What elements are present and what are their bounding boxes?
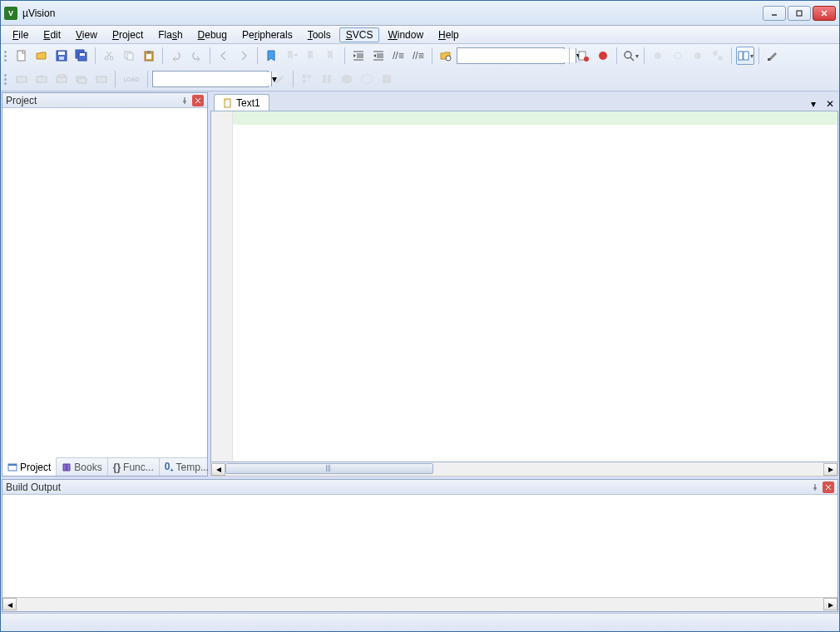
unindent-button[interactable]: [369, 47, 388, 65]
svg-rect-7: [59, 57, 64, 60]
target-options-button[interactable]: [270, 70, 289, 88]
toolbar-grip-icon[interactable]: [4, 71, 9, 87]
tab-project[interactable]: Project: [2, 457, 57, 476]
uncomment-button[interactable]: //≡: [409, 47, 427, 65]
svg-line-25: [630, 57, 634, 61]
project-panel-header: Project: [2, 93, 207, 108]
toolbar-grip-icon[interactable]: [4, 47, 9, 64]
new-file-button[interactable]: [12, 47, 31, 65]
svg-rect-10: [80, 53, 85, 56]
tab-close-button[interactable]: ✕: [823, 97, 837, 111]
minimize-button[interactable]: [763, 6, 786, 21]
bookmark-next-button[interactable]: [302, 47, 320, 65]
scroll-left-button[interactable]: ◂: [211, 463, 225, 476]
tab-functions[interactable]: {}Func...: [108, 458, 160, 476]
menu-debug[interactable]: Debug: [191, 27, 234, 42]
select-packs-button[interactable]: [318, 70, 336, 88]
svg-point-30: [718, 56, 723, 61]
breakpoint-window-button[interactable]: [709, 47, 727, 65]
build-button[interactable]: [32, 70, 51, 88]
scroll-track[interactable]: [225, 463, 823, 476]
svg-rect-14: [127, 53, 133, 60]
build-output-text[interactable]: [2, 495, 838, 597]
manage-rte-button[interactable]: [358, 70, 376, 88]
save-button[interactable]: [52, 47, 71, 65]
tab-templates[interactable]: 0+Temp...: [160, 458, 215, 476]
stop-build-button[interactable]: [92, 70, 111, 88]
copy-button[interactable]: [120, 47, 138, 65]
menu-project[interactable]: Project: [106, 27, 150, 42]
translate-button[interactable]: [12, 70, 31, 88]
pin-icon[interactable]: [179, 95, 190, 106]
breakpoint-enable-button[interactable]: [649, 47, 667, 65]
menu-view[interactable]: View: [69, 27, 104, 42]
menu-peripherals[interactable]: Peripherals: [235, 27, 299, 42]
menu-help[interactable]: Help: [432, 27, 466, 42]
batch-build-button[interactable]: [72, 70, 91, 88]
svg-rect-34: [17, 77, 27, 82]
menu-flash[interactable]: Flash: [151, 27, 189, 42]
target-combo[interactable]: ▾: [152, 71, 269, 87]
editor-hscrollbar[interactable]: ◂ ▸: [210, 462, 838, 476]
tab-books[interactable]: Books: [57, 458, 107, 476]
scroll-left-button[interactable]: ◂: [2, 598, 17, 610]
cut-button[interactable]: [100, 47, 118, 65]
find-in-files-button[interactable]: [437, 47, 455, 65]
find-input[interactable]: [457, 49, 576, 62]
find-combo[interactable]: ▾: [457, 47, 565, 64]
project-tree[interactable]: [2, 108, 207, 457]
main-area: Project Project Books {}Func... 0+Temp..…: [1, 91, 839, 477]
panel-close-button[interactable]: [192, 95, 204, 106]
close-button[interactable]: [813, 6, 836, 21]
bookmark-clear-button[interactable]: [322, 47, 340, 65]
scroll-right-button[interactable]: ▸: [823, 598, 838, 610]
svg-point-20: [446, 56, 451, 61]
nav-back-button[interactable]: [215, 47, 233, 65]
svg-rect-35: [37, 77, 47, 82]
paste-button[interactable]: [140, 47, 158, 65]
pack-installer-button[interactable]: [338, 70, 356, 88]
editor-body[interactable]: [210, 111, 838, 462]
svg-rect-45: [328, 75, 331, 83]
open-file-button[interactable]: [32, 47, 51, 65]
indent-button[interactable]: [349, 47, 368, 65]
svg-point-27: [674, 52, 681, 59]
breakpoint-kill-button[interactable]: [689, 47, 707, 65]
rebuild-button[interactable]: [52, 70, 71, 88]
books-window-button[interactable]: [378, 70, 396, 88]
scroll-thumb[interactable]: [225, 463, 433, 474]
menu-tools[interactable]: Tools: [301, 27, 338, 42]
app-icon: V: [4, 7, 17, 20]
target-input[interactable]: [153, 72, 271, 86]
text-editor[interactable]: [233, 111, 838, 462]
manage-components-button[interactable]: [298, 70, 316, 88]
bookmark-prev-button[interactable]: [282, 47, 300, 65]
insert-breakpoint-button[interactable]: [594, 47, 612, 65]
configure-button[interactable]: [763, 47, 782, 65]
debug-start-button[interactable]: [574, 47, 592, 65]
comment-button[interactable]: //≡: [389, 47, 408, 65]
zoom-button[interactable]: ▾: [621, 47, 640, 65]
menu-svcs[interactable]: SVCS: [339, 27, 380, 42]
menu-file[interactable]: File: [6, 27, 35, 42]
svg-point-24: [625, 52, 631, 58]
pin-icon[interactable]: [809, 481, 821, 493]
save-all-button[interactable]: [72, 47, 91, 65]
build-output-hscrollbar[interactable]: ◂ ▸: [2, 597, 838, 611]
tab-menu-button[interactable]: ▾: [807, 97, 820, 111]
project-panel: Project Project Books {}Func... 0+Temp..…: [2, 92, 208, 476]
maximize-button[interactable]: [788, 6, 811, 21]
editor-tab-text1[interactable]: Text1: [214, 94, 269, 111]
editor-tab-label: Text1: [236, 97, 260, 109]
breakpoint-disable-button[interactable]: [669, 47, 687, 65]
scroll-right-button[interactable]: ▸: [823, 463, 838, 476]
redo-button[interactable]: [187, 47, 205, 65]
menu-edit[interactable]: Edit: [37, 27, 67, 42]
bookmark-toggle-button[interactable]: [262, 47, 280, 65]
undo-button[interactable]: [167, 47, 185, 65]
menu-window[interactable]: Window: [381, 27, 430, 42]
nav-forward-button[interactable]: [235, 47, 253, 65]
panel-close-button[interactable]: [823, 481, 834, 493]
download-button[interactable]: LOAD: [120, 70, 143, 88]
window-layout-button[interactable]: ▾: [736, 47, 754, 65]
